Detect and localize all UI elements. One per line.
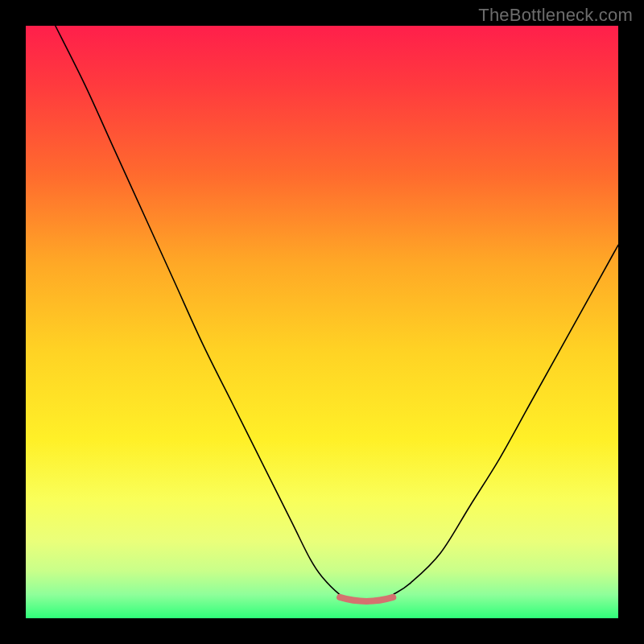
trough-cap [340, 597, 393, 601]
curve-svg [26, 26, 618, 618]
watermark-text: TheBottleneck.com [478, 5, 633, 26]
bottleneck-curve [56, 26, 618, 601]
plot-area [26, 26, 618, 618]
chart-frame: TheBottleneck.com [0, 0, 644, 644]
